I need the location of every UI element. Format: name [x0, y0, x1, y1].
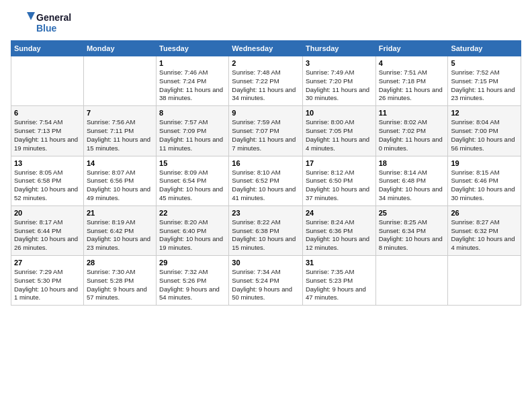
day-info: Sunrise: 7:56 AM Sunset: 7:11 PM Dayligh…: [87, 118, 153, 152]
week-row-2: 6Sunrise: 7:54 AM Sunset: 7:13 PM Daylig…: [11, 106, 521, 156]
logo: General Blue: [11, 11, 71, 35]
day-info: Sunrise: 7:32 AM Sunset: 5:26 PM Dayligh…: [159, 268, 226, 302]
day-info: Sunrise: 7:57 AM Sunset: 7:09 PM Dayligh…: [159, 118, 226, 152]
day-number: 15: [159, 159, 226, 167]
logo-blue: Blue: [36, 23, 71, 34]
day-info: Sunrise: 7:34 AM Sunset: 5:24 PM Dayligh…: [232, 268, 300, 302]
day-info: Sunrise: 8:25 AM Sunset: 6:34 PM Dayligh…: [379, 218, 445, 253]
day-info: Sunrise: 8:02 AM Sunset: 7:02 PM Dayligh…: [379, 118, 445, 152]
day-number: 12: [451, 109, 518, 117]
day-info: Sunrise: 8:15 AM Sunset: 6:46 PM Dayligh…: [451, 169, 518, 203]
day-number: 5: [451, 59, 518, 67]
day-info: Sunrise: 8:09 AM Sunset: 6:54 PM Dayligh…: [159, 169, 226, 203]
day-cell: [375, 256, 448, 306]
day-number: 13: [14, 159, 81, 167]
day-info: Sunrise: 8:07 AM Sunset: 6:56 PM Dayligh…: [87, 169, 153, 203]
day-number: 28: [87, 259, 153, 267]
day-number: 14: [87, 159, 153, 167]
day-cell: [448, 256, 521, 306]
day-info: Sunrise: 7:59 AM Sunset: 7:07 PM Dayligh…: [232, 118, 300, 152]
week-row-4: 20Sunrise: 8:17 AM Sunset: 6:44 PM Dayli…: [11, 205, 521, 255]
header: General Blue: [11, 11, 521, 35]
day-number: 21: [87, 209, 153, 217]
day-number: 20: [14, 209, 81, 217]
day-number: 26: [451, 209, 518, 217]
header-cell-sunday: Sunday: [11, 41, 84, 56]
day-cell: 16Sunrise: 8:10 AM Sunset: 6:52 PM Dayli…: [229, 156, 303, 205]
day-number: 30: [232, 259, 300, 267]
day-cell: 19Sunrise: 8:15 AM Sunset: 6:46 PM Dayli…: [448, 156, 521, 205]
day-cell: 4Sunrise: 7:51 AM Sunset: 7:18 PM Daylig…: [375, 56, 448, 106]
day-number: 3: [306, 59, 373, 67]
day-info: Sunrise: 8:10 AM Sunset: 6:52 PM Dayligh…: [232, 169, 300, 203]
day-info: Sunrise: 8:00 AM Sunset: 7:05 PM Dayligh…: [306, 118, 373, 152]
day-number: 9: [232, 109, 300, 117]
day-cell: 28Sunrise: 7:30 AM Sunset: 5:28 PM Dayli…: [83, 256, 156, 306]
day-cell: 7Sunrise: 7:56 AM Sunset: 7:11 PM Daylig…: [83, 106, 156, 156]
day-info: Sunrise: 7:35 AM Sunset: 5:23 PM Dayligh…: [306, 268, 373, 302]
day-number: 6: [14, 109, 81, 117]
day-number: 16: [232, 159, 300, 167]
day-cell: 31Sunrise: 7:35 AM Sunset: 5:23 PM Dayli…: [302, 256, 375, 306]
day-cell: 30Sunrise: 7:34 AM Sunset: 5:24 PM Dayli…: [229, 256, 303, 306]
day-cell: 23Sunrise: 8:22 AM Sunset: 6:38 PM Dayli…: [229, 205, 303, 255]
day-cell: 3Sunrise: 7:49 AM Sunset: 7:20 PM Daylig…: [302, 56, 375, 106]
day-cell: 8Sunrise: 7:57 AM Sunset: 7:09 PM Daylig…: [157, 106, 229, 156]
day-info: Sunrise: 7:29 AM Sunset: 5:30 PM Dayligh…: [14, 268, 81, 302]
day-info: Sunrise: 7:48 AM Sunset: 7:22 PM Dayligh…: [232, 68, 300, 103]
header-cell-saturday: Saturday: [448, 41, 521, 56]
day-info: Sunrise: 8:12 AM Sunset: 6:50 PM Dayligh…: [306, 169, 373, 203]
day-cell: 17Sunrise: 8:12 AM Sunset: 6:50 PM Dayli…: [302, 156, 375, 205]
day-info: Sunrise: 8:14 AM Sunset: 6:48 PM Dayligh…: [379, 169, 445, 203]
day-number: 4: [379, 59, 445, 67]
day-info: Sunrise: 8:04 AM Sunset: 7:00 PM Dayligh…: [451, 118, 518, 152]
day-number: 19: [451, 159, 518, 167]
header-row: SundayMondayTuesdayWednesdayThursdayFrid…: [11, 41, 521, 56]
day-number: 11: [379, 109, 445, 117]
day-cell: 14Sunrise: 8:07 AM Sunset: 6:56 PM Dayli…: [83, 156, 156, 205]
week-row-3: 13Sunrise: 8:05 AM Sunset: 6:58 PM Dayli…: [11, 156, 521, 205]
day-info: Sunrise: 7:52 AM Sunset: 7:15 PM Dayligh…: [451, 68, 518, 103]
day-info: Sunrise: 8:19 AM Sunset: 6:42 PM Dayligh…: [87, 218, 153, 253]
day-cell: 24Sunrise: 8:24 AM Sunset: 6:36 PM Dayli…: [302, 205, 375, 255]
day-number: 25: [379, 209, 445, 217]
day-info: Sunrise: 7:49 AM Sunset: 7:20 PM Dayligh…: [306, 68, 373, 103]
day-cell: 22Sunrise: 8:20 AM Sunset: 6:40 PM Dayli…: [157, 205, 229, 255]
header-cell-tuesday: Tuesday: [157, 41, 229, 56]
day-info: Sunrise: 8:22 AM Sunset: 6:38 PM Dayligh…: [232, 218, 300, 253]
day-cell: 6Sunrise: 7:54 AM Sunset: 7:13 PM Daylig…: [11, 106, 84, 156]
day-cell: 2Sunrise: 7:48 AM Sunset: 7:22 PM Daylig…: [229, 56, 303, 106]
header-cell-thursday: Thursday: [302, 41, 375, 56]
day-number: 10: [306, 109, 373, 117]
day-cell: 9Sunrise: 7:59 AM Sunset: 7:07 PM Daylig…: [229, 106, 303, 156]
page-container: General Blue SundayMondayTuesdayWednesda…: [0, 0, 532, 311]
day-cell: 1Sunrise: 7:46 AM Sunset: 7:24 PM Daylig…: [157, 56, 229, 106]
day-info: Sunrise: 8:27 AM Sunset: 6:32 PM Dayligh…: [451, 218, 518, 253]
day-info: Sunrise: 8:20 AM Sunset: 6:40 PM Dayligh…: [159, 218, 226, 253]
day-cell: 15Sunrise: 8:09 AM Sunset: 6:54 PM Dayli…: [157, 156, 229, 205]
day-cell: 5Sunrise: 7:52 AM Sunset: 7:15 PM Daylig…: [448, 56, 521, 106]
header-cell-friday: Friday: [375, 41, 448, 56]
calendar-table: SundayMondayTuesdayWednesdayThursdayFrid…: [11, 40, 521, 306]
day-cell: 11Sunrise: 8:02 AM Sunset: 7:02 PM Dayli…: [375, 106, 448, 156]
day-number: 29: [159, 259, 226, 267]
day-cell: 27Sunrise: 7:29 AM Sunset: 5:30 PM Dayli…: [11, 256, 84, 306]
day-info: Sunrise: 7:46 AM Sunset: 7:24 PM Dayligh…: [159, 68, 226, 103]
day-cell: [11, 56, 84, 106]
day-number: 17: [306, 159, 373, 167]
day-info: Sunrise: 7:30 AM Sunset: 5:28 PM Dayligh…: [87, 268, 153, 302]
day-cell: 26Sunrise: 8:27 AM Sunset: 6:32 PM Dayli…: [448, 205, 521, 255]
day-number: 31: [306, 259, 373, 267]
day-number: 1: [159, 59, 226, 67]
day-info: Sunrise: 7:51 AM Sunset: 7:18 PM Dayligh…: [379, 68, 445, 103]
day-cell: 25Sunrise: 8:25 AM Sunset: 6:34 PM Dayli…: [375, 205, 448, 255]
day-cell: 20Sunrise: 8:17 AM Sunset: 6:44 PM Dayli…: [11, 205, 84, 255]
day-info: Sunrise: 8:17 AM Sunset: 6:44 PM Dayligh…: [14, 218, 81, 253]
day-cell: 18Sunrise: 8:14 AM Sunset: 6:48 PM Dayli…: [375, 156, 448, 205]
day-number: 2: [232, 59, 300, 67]
day-number: 27: [14, 259, 81, 267]
day-number: 7: [87, 109, 153, 117]
day-info: Sunrise: 8:24 AM Sunset: 6:36 PM Dayligh…: [306, 218, 373, 253]
week-row-1: 1Sunrise: 7:46 AM Sunset: 7:24 PM Daylig…: [11, 56, 521, 106]
logo-general: General: [36, 12, 71, 23]
